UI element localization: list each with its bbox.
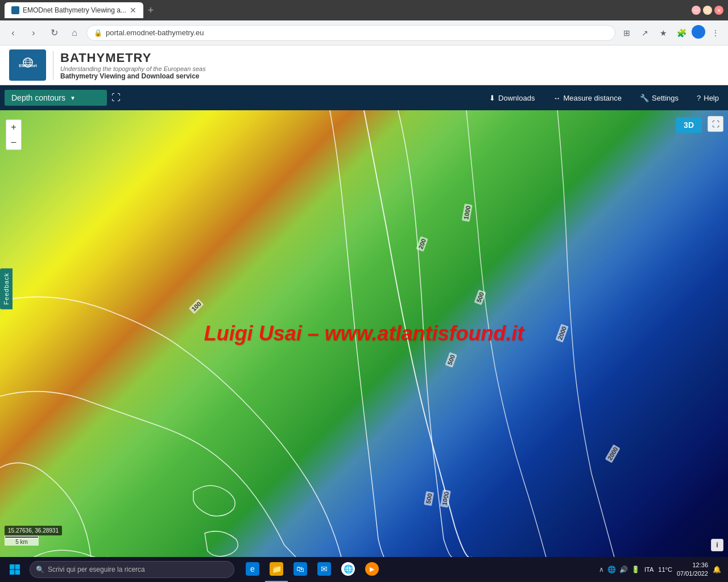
mail-icon: ✉	[317, 562, 331, 576]
app-header: EMODnet BATHYMETRY Understanding the top…	[0, 45, 728, 85]
notification-button[interactable]: 🔔	[713, 566, 721, 573]
taskbar-clock[interactable]: 12:36 07/01/2022	[677, 561, 708, 579]
header-text: BATHYMETRY Understanding the topography …	[60, 51, 206, 80]
language-indicator: ITA	[644, 566, 653, 573]
3d-button[interactable]: 3D	[676, 117, 702, 133]
depth-contours-dropdown[interactable]: Depth contours ▼	[5, 90, 107, 106]
new-tab-button[interactable]: +	[143, 5, 159, 16]
measure-icon: ↔	[553, 94, 560, 102]
settings-button[interactable]: 🔧 Settings	[635, 92, 683, 105]
app-toolbar: Depth contours ▼ ⛶ ⬇ Downloads ↔ Measure…	[0, 85, 728, 110]
edge-icon: e	[246, 562, 259, 576]
windows-taskbar: 🔍 Scrivi qui per eseguire la ricerca e 📁…	[0, 557, 728, 582]
zoom-controls: + –	[6, 119, 22, 150]
help-button[interactable]: ? Help	[692, 92, 723, 105]
taskbar-right: ∧ 🌐 🔊 🔋 ITA 11°C 12:36 07/01/2022 🔔	[599, 561, 726, 579]
info-button[interactable]: i	[711, 539, 723, 551]
dropdown-chevron-icon: ▼	[70, 95, 76, 101]
taskbar-vlc-app[interactable]: ▶	[361, 557, 383, 582]
taskbar-apps: e 📁 🛍 ✉ 🌐 ▶	[241, 557, 383, 582]
store-icon: 🛍	[293, 562, 307, 576]
volume-icon[interactable]: 🔊	[619, 566, 628, 573]
help-label: Help	[704, 94, 719, 102]
maximize-button[interactable]: □	[703, 6, 712, 15]
browser-frame: EMODnet Bathymetry Viewing a... ✕ + ─ □ …	[0, 0, 728, 582]
expand-map-button[interactable]: ⛶	[708, 116, 723, 132]
app-service: Bathymetry Viewing and Download service	[60, 72, 206, 80]
downloads-button[interactable]: ⬇ Downloads	[485, 92, 539, 105]
help-icon: ?	[697, 94, 701, 102]
coordinates-display: 15.27636, 36.28931	[5, 526, 62, 535]
system-icons: ∧ 🌐 🔊 🔋	[599, 566, 640, 573]
header-divider	[53, 51, 53, 80]
forward-button[interactable]: ›	[25, 24, 42, 41]
scale-label: 5 km	[5, 538, 39, 546]
network-icon[interactable]: 🌐	[607, 566, 616, 573]
url-text: portal.emodnet-bathymetry.eu	[106, 28, 204, 37]
depth-contours-label: Depth contours	[11, 93, 65, 102]
app-subtitle: Understanding the topography of the Euro…	[60, 65, 206, 72]
windows-logo-icon	[9, 564, 20, 575]
home-button[interactable]: ⌂	[66, 24, 83, 41]
logo-area: EMODnet BATHYMETRY Understanding the top…	[9, 49, 206, 81]
feedback-container: Feedback	[0, 268, 13, 309]
minimize-button[interactable]: ─	[692, 6, 701, 15]
expand-button[interactable]: ⛶	[107, 90, 125, 105]
app-title: BATHYMETRY	[60, 51, 206, 65]
taskbar-file-explorer-app[interactable]: 📁	[265, 557, 288, 582]
app-container: EMODnet BATHYMETRY Understanding the top…	[0, 45, 728, 557]
svg-rect-10	[15, 570, 20, 575]
browser-titlebar: EMODnet Bathymetry Viewing a... ✕ + ─ □ …	[0, 0, 728, 20]
contour-overlay	[0, 110, 728, 557]
battery-icon[interactable]: 🔋	[631, 566, 640, 573]
notification-area: 11°C	[658, 566, 672, 573]
start-button[interactable]	[2, 557, 27, 582]
translate-button[interactable]: ⊞	[619, 25, 635, 41]
file-explorer-icon: 📁	[270, 562, 283, 576]
taskbar-mail-app[interactable]: ✉	[313, 557, 336, 582]
toolbar-right: ⬇ Downloads ↔ Measure distance 🔧 Setting…	[485, 92, 723, 105]
map-canvas: 100 200 500 500 500 1000 1000 2000 2000 …	[0, 110, 728, 557]
logo-svg: EMODnet	[14, 54, 42, 77]
favicon	[11, 6, 19, 14]
browser-tab[interactable]: EMODnet Bathymetry Viewing a... ✕	[5, 2, 143, 18]
search-icon: 🔍	[36, 566, 44, 573]
contour-svg	[0, 110, 728, 557]
extension-button[interactable]: 🧩	[673, 25, 689, 41]
taskbar-store-app[interactable]: 🛍	[289, 557, 312, 582]
browser-toolbar-actions: ⊞ ↗ ★ 🧩 👤 ⋮	[619, 25, 723, 41]
taskbar-time: 12:36	[677, 561, 708, 569]
map-container[interactable]: 100 200 500 500 500 1000 1000 2000 2000 …	[0, 110, 728, 557]
reload-button[interactable]: ↻	[46, 24, 63, 41]
chrome-icon: 🌐	[341, 562, 355, 576]
scale-bar: 5 km	[5, 536, 39, 546]
profile-button[interactable]: 👤	[692, 25, 705, 39]
emodnet-logo: EMODnet	[9, 49, 46, 81]
window-controls: ─ □ ✕	[692, 6, 723, 15]
vlc-icon: ▶	[365, 562, 379, 576]
menu-button[interactable]: ⋮	[708, 25, 723, 41]
taskbar-chrome-app[interactable]: 🌐	[337, 557, 359, 582]
address-bar[interactable]: 🔒 portal.emodnet-bathymetry.eu	[86, 25, 615, 41]
taskbar-edge-app[interactable]: e	[241, 557, 264, 582]
temperature-display: 11°C	[658, 566, 672, 573]
back-button[interactable]: ‹	[5, 24, 22, 41]
zoom-in-button[interactable]: +	[6, 120, 21, 135]
svg-rect-8	[15, 564, 20, 569]
taskbar-date: 07/01/2022	[677, 569, 708, 578]
downloads-label: Downloads	[498, 94, 535, 102]
lock-icon: 🔒	[94, 29, 102, 37]
chevron-up-icon[interactable]: ∧	[599, 566, 604, 573]
settings-label: Settings	[652, 94, 679, 102]
settings-icon: 🔧	[640, 94, 649, 102]
feedback-tab[interactable]: Feedback	[0, 268, 13, 309]
windows-search-bar[interactable]: 🔍 Scrivi qui per eseguire la ricerca	[30, 561, 234, 578]
measure-distance-button[interactable]: ↔ Measure distance	[548, 92, 626, 105]
bookmark-button[interactable]: ★	[655, 25, 671, 41]
zoom-out-button[interactable]: –	[6, 135, 21, 149]
close-window-button[interactable]: ✕	[714, 6, 723, 15]
svg-rect-7	[10, 564, 15, 569]
close-tab-icon[interactable]: ✕	[130, 6, 136, 15]
share-button[interactable]: ↗	[637, 25, 653, 41]
search-placeholder-text: Scrivi qui per eseguire la ricerca	[48, 566, 145, 573]
